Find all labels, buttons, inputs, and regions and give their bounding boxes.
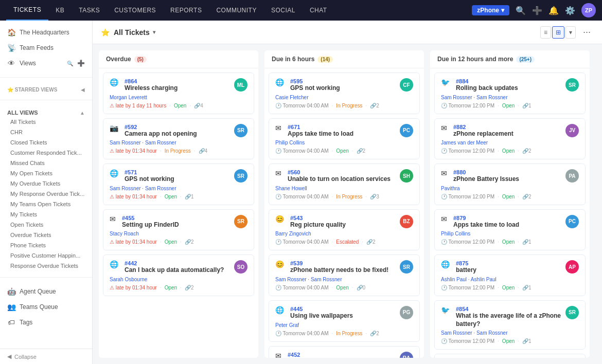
ticket-assignee[interactable]: Philip Collins [441,231,579,236]
views-search-icon[interactable]: 🔍 [67,61,73,66]
more-options-btn[interactable]: ··· [580,26,594,39]
view-all-tickets[interactable]: All Tickets [0,117,92,127]
ticket-card-838[interactable]: 🌐 #838 zPhone not working NH Nicole Hawk… [434,354,586,358]
ticket-card-560[interactable]: ✉ #560 Unable to turn on location servic… [269,163,420,205]
ticket-assignee[interactable]: Stacy Roach [110,231,247,236]
ticket-time: 🕐 Tomorrow 04:00 AM [275,148,329,154]
ticket-assignee[interactable]: Sam Rossner · Sam Rossner [441,330,579,336]
ticket-assignee[interactable]: Peter Graf [275,322,413,328]
user-avatar[interactable]: ZP [581,3,596,17]
view-phone-tickets[interactable]: Phone Tickets [0,240,92,250]
view-my-tickets[interactable]: My Tickets [0,209,92,220]
view-my-teams-open[interactable]: My Teams Open Tickets [0,199,92,209]
header-star-icon[interactable]: ⭐ [101,28,110,37]
view-my-open[interactable]: My Open Tickets [0,168,92,178]
ticket-type-icon: 🌐 [275,306,284,314]
search-icon[interactable]: 🔍 [516,6,526,15]
ticket-card-455[interactable]: ✉ #455 Setting up FinderID SR Stacy Roac… [103,209,254,251]
ticket-card-442[interactable]: 🌐 #442 Can I back up data automatically?… [103,254,254,296]
ticket-status: Open [502,194,515,199]
bell-icon[interactable]: 🔔 [548,6,559,15]
ticket-assignee[interactable]: Ashlin Paul · Ashlin Paul [441,277,579,282]
ticket-card-543[interactable]: 😊 #543 Reg picture quality BZ Barry Zing… [269,209,420,251]
ticket-assignee[interactable]: Pavithra [441,186,579,191]
gear-icon[interactable]: ⚙️ [565,6,575,15]
ticket-assignee[interactable]: James van der Meer [441,140,579,145]
ticket-assignee[interactable]: Sarah Osbourne [110,277,247,282]
view-closed-tickets[interactable]: Closed Tickets [0,137,92,148]
link-icon: 🔗1 [185,194,194,199]
ticket-assignee[interactable]: Shane Howell [275,186,413,191]
ticket-assignee[interactable]: Barry Zingovich [275,231,413,236]
all-views-collapse-icon[interactable]: ▲ [80,110,85,116]
ticket-id: #442 [125,260,224,266]
ticket-subject: Rolling back updates [456,84,518,93]
add-icon[interactable]: ➕ [532,6,542,15]
ticket-card-671[interactable]: ✉ #671 Apps take time to load PC Philip … [269,118,420,160]
view-missed-chats[interactable]: Missed Chats [0,158,92,168]
sidebar-footer[interactable]: ◀ Collapse [0,349,92,364]
ticket-card-571[interactable]: 🌐 #571 GPS not working SR Sam Rossner · … [103,163,254,205]
nav-tickets[interactable]: Tickets [6,0,48,21]
view-my-response-overdue[interactable]: My Response Overdue Tick... [0,189,92,199]
ticket-assignee[interactable]: Sam Rossner · Sam Rossner [275,277,413,282]
nav-chat[interactable]: Chat [303,0,334,21]
ticket-avatar: SO [234,260,247,274]
ticket-card-875[interactable]: 🌐 #875 battery AP Ashlin Paul · Ashlin P… [434,254,586,296]
ticket-card-445[interactable]: 🌐 #445 Using live wallpapers PG Peter Gr… [269,300,420,342]
ticket-assignee[interactable]: Morgan Leverett [110,95,247,100]
ticket-assignee[interactable]: Casie Fletcher [275,95,413,100]
sidebar-item-tags[interactable]: 🏷 Tags [0,315,92,330]
view-overdue-tickets[interactable]: Overdue Tickets [0,230,92,240]
ticket-avatar: SR [234,215,247,228]
views-add-icon[interactable]: ➕ [77,60,85,67]
ticket-avatar: AP [565,260,579,274]
ticket-card-452[interactable]: ✉ #452 Sending video to another zPhone R… [269,346,420,358]
views-icon: 👁 [7,59,15,67]
ticket-card-879[interactable]: ✉ #879 Apps take time to load PC Philip … [434,209,586,251]
ticket-assignee[interactable]: Sam Rossner · Sam Rossner [110,140,247,145]
brand-badge[interactable]: zPhone ▾ [472,5,509,15]
ticket-card-854[interactable]: 🐦 #854 What is the average life of a zPh… [434,300,586,350]
link-icon: 🔗2 [185,285,194,290]
view-response-overdue[interactable]: Response Overdue Tickets [0,261,92,271]
ticket-status: Open [336,285,348,290]
view-open-tickets[interactable]: Open Tickets [0,220,92,230]
ticket-card-595[interactable]: 🌐 #595 GPS not working CF Casie Fletcher… [269,72,420,114]
list-view-btn[interactable]: ≡ [540,26,551,39]
nav-tasks[interactable]: Tasks [72,0,107,21]
starred-collapse-icon[interactable]: ◀ [81,87,85,93]
nav-reports[interactable]: Reports [163,0,209,21]
sidebar-item-teams-queue[interactable]: 👥 Teams Queue [0,299,92,315]
ticket-assignee[interactable]: Philip Collins [275,140,413,145]
view-positive-customer[interactable]: Positive Customer Happin... [0,250,92,261]
ticket-card-539[interactable]: 😊 #539 zPhone battery needs to be fixed!… [269,254,420,296]
brand-arrow: ▾ [501,7,504,14]
sidebar-item-team-feeds[interactable]: 📡 Team Feeds [0,40,92,56]
view-customer-responded[interactable]: Customer Responded Tick... [0,148,92,158]
sidebar-item-views[interactable]: 👁 Views 🔍 ➕ [0,56,92,71]
view-chr[interactable]: CHR [0,127,92,137]
ticket-card-864[interactable]: 🌐 #864 Wireless charging ML Morgan Lever… [103,72,254,114]
ticket-top-4: 😊 #539 zPhone battery needs to be fixed!… [275,260,413,275]
header-dropdown-arrow[interactable]: ▾ [153,29,155,35]
view-options-btn[interactable]: ▾ [565,26,576,39]
ticket-assignee[interactable]: Sam Rossner · Sam Rossner [441,95,579,100]
sidebar-item-agent-queue[interactable]: 🤖 Agent Queue [0,284,92,299]
ticket-status: Open [502,103,515,108]
ticket-subject: GPS not working [290,84,340,93]
ticket-card-882[interactable]: ✉ #882 zPhone replacement JV James van d… [434,118,586,160]
view-my-overdue[interactable]: My Overdue Tickets [0,178,92,189]
ticket-card-592[interactable]: 📷 #592 Camera app not opening SR Sam Ros… [103,118,254,160]
grid-view-btn[interactable]: ⊞ [552,26,564,39]
nav-kb[interactable]: KB [48,0,72,21]
nav-social[interactable]: Social [264,0,303,21]
ticket-card-880[interactable]: ✉ #880 zPhone Battery Issues PA Pavithra… [434,163,586,205]
ticket-meta: 🕐 Tomorrow 12:00 PM · Open · 🔗2 [441,148,579,154]
nav-community[interactable]: Community [209,0,264,21]
ticket-assignee[interactable]: Sam Rossner · Sam Rossner [110,186,247,191]
nav-customers[interactable]: Customers [107,0,163,21]
sidebar-item-headquarters[interactable]: 🏠 The Headquarters [0,25,92,40]
ticket-card-884[interactable]: 🐦 #884 Rolling back updates SR Sam Rossn… [434,72,586,114]
top-nav: Tickets KB Tasks Customers Reports Commu… [0,0,602,21]
